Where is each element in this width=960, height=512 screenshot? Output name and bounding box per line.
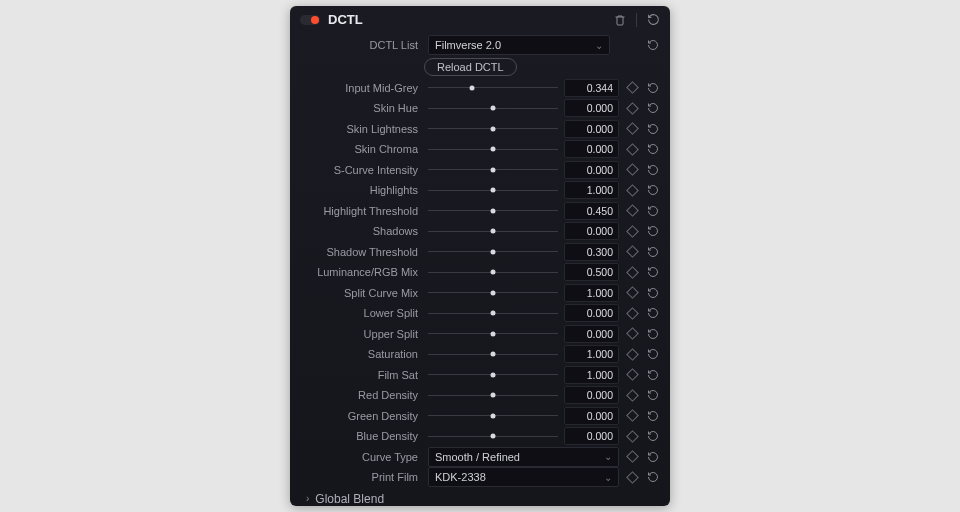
param-reset[interactable]: [646, 388, 660, 402]
param-reset[interactable]: [646, 286, 660, 300]
param-value[interactable]: 0.344: [564, 79, 619, 97]
slider-thumb[interactable]: [491, 188, 496, 193]
param-slider[interactable]: [428, 119, 558, 139]
keyframe-button[interactable]: [626, 266, 639, 279]
curve-type-dropdown[interactable]: Smooth / Refined ⌄: [428, 447, 619, 467]
dctl-list-reset[interactable]: [646, 38, 660, 52]
slider-thumb[interactable]: [491, 434, 496, 439]
keyframe-button[interactable]: [626, 245, 639, 258]
curve-type-reset[interactable]: [646, 450, 660, 464]
trash-icon[interactable]: [614, 14, 626, 26]
param-value[interactable]: 1.000: [564, 284, 619, 302]
param-value[interactable]: 0.000: [564, 222, 619, 240]
slider-thumb[interactable]: [491, 352, 496, 357]
param-slider[interactable]: [428, 78, 558, 98]
keyframe-button[interactable]: [626, 430, 639, 443]
param-reset[interactable]: [646, 101, 660, 115]
slider-thumb[interactable]: [491, 290, 496, 295]
param-slider[interactable]: [428, 283, 558, 303]
slider-thumb[interactable]: [491, 167, 496, 172]
param-slider[interactable]: [428, 98, 558, 118]
keyframe-button[interactable]: [626, 122, 639, 135]
param-slider[interactable]: [428, 160, 558, 180]
param-value[interactable]: 1.000: [564, 181, 619, 199]
slider-thumb[interactable]: [491, 393, 496, 398]
global-blend-group[interactable]: › Global Blend: [300, 488, 660, 507]
keyframe-button[interactable]: [626, 143, 639, 156]
param-value[interactable]: 0.000: [564, 407, 619, 425]
param-slider[interactable]: [428, 242, 558, 262]
keyframe-button[interactable]: [626, 102, 639, 115]
keyframe-button[interactable]: [626, 307, 639, 320]
print-film-reset[interactable]: [646, 470, 660, 484]
slider-thumb[interactable]: [491, 270, 496, 275]
reset-all-icon[interactable]: [647, 13, 660, 26]
param-reset[interactable]: [646, 245, 660, 259]
keyframe-button[interactable]: [626, 450, 639, 463]
param-reset[interactable]: [646, 204, 660, 218]
keyframe-button[interactable]: [626, 368, 639, 381]
slider-thumb[interactable]: [491, 311, 496, 316]
slider-thumb[interactable]: [491, 372, 496, 377]
param-slider[interactable]: [428, 303, 558, 323]
param-slider[interactable]: [428, 201, 558, 221]
slider-thumb[interactable]: [491, 249, 496, 254]
slider-thumb[interactable]: [491, 331, 496, 336]
slider-thumb[interactable]: [491, 106, 496, 111]
param-value[interactable]: 0.500: [564, 263, 619, 281]
param-reset[interactable]: [646, 224, 660, 238]
param-reset[interactable]: [646, 265, 660, 279]
param-reset[interactable]: [646, 122, 660, 136]
param-reset[interactable]: [646, 81, 660, 95]
enable-toggle[interactable]: [300, 15, 320, 25]
dctl-list-dropdown[interactable]: Filmverse 2.0 ⌄: [428, 35, 610, 55]
param-value[interactable]: 1.000: [564, 366, 619, 384]
param-value[interactable]: 0.000: [564, 304, 619, 322]
param-slider[interactable]: [428, 262, 558, 282]
param-value[interactable]: 0.450: [564, 202, 619, 220]
param-slider[interactable]: [428, 365, 558, 385]
param-reset[interactable]: [646, 163, 660, 177]
keyframe-button[interactable]: [626, 184, 639, 197]
param-reset[interactable]: [646, 368, 660, 382]
reload-dctl-button[interactable]: Reload DCTL: [424, 58, 517, 76]
slider-thumb[interactable]: [491, 126, 496, 131]
param-reset[interactable]: [646, 347, 660, 361]
param-reset[interactable]: [646, 183, 660, 197]
param-value[interactable]: 0.000: [564, 325, 619, 343]
slider-thumb[interactable]: [491, 413, 496, 418]
param-slider[interactable]: [428, 385, 558, 405]
param-value[interactable]: 0.000: [564, 99, 619, 117]
keyframe-button[interactable]: [626, 471, 639, 484]
param-value[interactable]: 0.300: [564, 243, 619, 261]
param-value[interactable]: 0.000: [564, 386, 619, 404]
param-reset[interactable]: [646, 429, 660, 443]
param-slider[interactable]: [428, 406, 558, 426]
param-value[interactable]: 0.000: [564, 120, 619, 138]
param-slider[interactable]: [428, 426, 558, 446]
slider-thumb[interactable]: [491, 208, 496, 213]
slider-thumb[interactable]: [470, 85, 475, 90]
param-reset[interactable]: [646, 409, 660, 423]
param-slider[interactable]: [428, 324, 558, 344]
keyframe-button[interactable]: [626, 204, 639, 217]
param-reset[interactable]: [646, 327, 660, 341]
keyframe-button[interactable]: [626, 409, 639, 422]
param-value[interactable]: 0.000: [564, 140, 619, 158]
keyframe-button[interactable]: [626, 81, 639, 94]
param-slider[interactable]: [428, 221, 558, 241]
param-slider[interactable]: [428, 344, 558, 364]
param-value[interactable]: 0.000: [564, 161, 619, 179]
slider-thumb[interactable]: [491, 229, 496, 234]
param-reset[interactable]: [646, 306, 660, 320]
param-value[interactable]: 0.000: [564, 427, 619, 445]
keyframe-button[interactable]: [626, 327, 639, 340]
keyframe-button[interactable]: [626, 225, 639, 238]
keyframe-button[interactable]: [626, 163, 639, 176]
keyframe-button[interactable]: [626, 286, 639, 299]
param-slider[interactable]: [428, 180, 558, 200]
keyframe-button[interactable]: [626, 348, 639, 361]
slider-thumb[interactable]: [491, 147, 496, 152]
param-value[interactable]: 1.000: [564, 345, 619, 363]
param-slider[interactable]: [428, 139, 558, 159]
